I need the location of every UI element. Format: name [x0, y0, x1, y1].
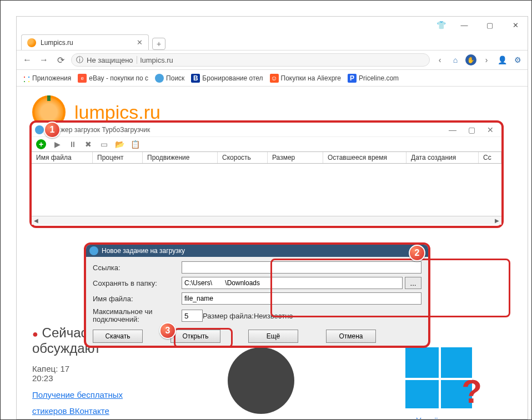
dm-close-button[interactable]: ✕ — [483, 125, 498, 134]
task-form: Ссылка: Сохранять в папку: ... Имя файла… — [86, 257, 428, 328]
site-favicon-icon — [27, 38, 36, 47]
folder-icon[interactable]: ▭ — [99, 140, 108, 149]
bookmarks-bar: Приложения eeBay - покупки по с Поиск ВБ… — [17, 70, 528, 87]
site-title: lumpics.ru — [74, 102, 160, 123]
tab-title: Lumpics.ru — [41, 39, 73, 47]
row-folder: Сохранять в папку: ... — [93, 277, 421, 289]
ali-icon: ☺ — [270, 74, 279, 83]
dm-maximize-button[interactable]: ▢ — [464, 125, 479, 134]
apps-grid-icon — [21, 74, 30, 83]
extension1-icon[interactable]: ✋ — [465, 54, 476, 65]
col-percent[interactable]: Процент — [93, 152, 143, 163]
col-created[interactable]: Дата создания — [406, 152, 479, 163]
sidebar-link[interactable]: стикеров ВКонтакте — [32, 403, 109, 419]
globe-icon — [155, 74, 164, 83]
input-url[interactable] — [182, 261, 421, 274]
label-maxconn: Максимальное чи подключений: — [93, 308, 182, 324]
scroll-right-icon[interactable]: ▶ — [493, 216, 501, 225]
bullet-icon: ● — [32, 328, 38, 340]
address-bar[interactable]: ⓘ Не защищено lumpics.ru — [71, 53, 430, 67]
filesize-label: Размер файла:Неизвестно — [203, 312, 293, 320]
col-progress[interactable]: Продвижение — [143, 152, 218, 163]
bookmark-apps[interactable]: Приложения — [21, 74, 71, 83]
extension2-icon[interactable]: ⚙ — [512, 54, 523, 65]
chevron-left-icon[interactable]: ‹ — [434, 54, 445, 65]
maximize-button[interactable]: ▢ — [482, 19, 498, 31]
tabstrip: Lumpics.ru ✕ + — [17, 33, 528, 50]
reload-button[interactable]: ⟳ — [54, 54, 67, 66]
play-icon[interactable]: ▶ — [53, 140, 62, 149]
input-filename[interactable] — [182, 292, 421, 305]
card-uran[interactable]: Uran 59.0.3071.110 — [205, 347, 317, 419]
bookmark-booking[interactable]: ВБронирование отел — [191, 74, 263, 83]
divider — [137, 56, 137, 64]
add-download-button[interactable]: + — [36, 139, 46, 149]
dm-table-header: Имя файла Процент Продвижение Скорость Р… — [32, 151, 501, 164]
window-titlebar: 👕 — ▢ ✕ — [17, 17, 528, 33]
open-button[interactable]: Открыть — [170, 330, 220, 343]
dm-titlebar[interactable]: жер загрузок ТурбоЗагрузчик — ▢ ✕ — [32, 123, 501, 137]
row-url: Ссылка: — [93, 261, 421, 274]
p-icon: P — [348, 74, 357, 83]
bookmark-ali[interactable]: ☺Покупки на Aliexpre — [270, 74, 341, 83]
bookmark-priceline[interactable]: PPriceline.com — [348, 74, 399, 83]
scrollbar-track[interactable] — [41, 216, 493, 225]
callout-badge-1: 1 — [44, 122, 61, 138]
sidebar-timestamp: Капец: 17 20:23 — [32, 364, 177, 383]
browse-button[interactable]: ... — [405, 277, 421, 289]
col-remaining[interactable]: Оставшееся время — [323, 152, 406, 163]
card-windows[interactable]: ? Узнаём имя пользователя на Windows 10 — [383, 347, 494, 419]
main-cards: Uran 59.0.3071.110 ? Узнаём имя пользова… — [189, 347, 511, 419]
minimize-button[interactable]: — — [456, 19, 472, 31]
bookmark-ebay[interactable]: eeBay - покупки по с — [78, 74, 148, 83]
col-speed[interactable]: Скорость — [218, 152, 268, 163]
new-tab-button[interactable]: + — [152, 38, 165, 50]
tab-lumpics[interactable]: Lumpics.ru ✕ — [21, 34, 149, 50]
new-task-dialog: Новое задание на загрузку Ссылка: Сохран… — [84, 242, 430, 348]
user-icon[interactable]: 👤 — [496, 54, 508, 65]
back-button[interactable]: ← — [21, 54, 33, 66]
row-maxconn: Максимальное чи подключений: Размер файл… — [93, 308, 421, 324]
dm-minimize-button[interactable]: — — [445, 125, 460, 134]
close-button[interactable]: ✕ — [508, 19, 523, 31]
row-filename: Имя файла: — [93, 292, 421, 305]
dm-table-body — [32, 164, 501, 216]
dm-title: жер загрузок ТурбоЗагрузчик — [61, 126, 150, 134]
delete-icon[interactable]: ✖ — [84, 140, 93, 149]
col-link[interactable]: Сс — [479, 152, 501, 163]
input-maxconn[interactable] — [182, 310, 203, 322]
task-buttons: Скачать Открыть Ещё Отмена — [86, 328, 428, 347]
col-size[interactable]: Размер — [268, 152, 323, 163]
open-folder-icon[interactable]: 📂 — [115, 140, 124, 149]
task-titlebar[interactable]: Новое задание на загрузку — [86, 245, 428, 257]
label-url: Ссылка: — [93, 264, 182, 272]
dm-toolbar: + ▶ ⏸ ✖ ▭ 📂 📋 — [32, 137, 501, 151]
col-filename[interactable]: Имя файла — [32, 152, 93, 163]
info-icon[interactable]: ⓘ — [76, 55, 83, 65]
label-folder: Сохранять в папку: — [93, 279, 182, 287]
more-button[interactable]: Ещё — [248, 330, 298, 343]
input-folder[interactable] — [182, 277, 403, 289]
card-caption[interactable]: Узнаём имя пользователя на Windows 10 — [406, 414, 471, 419]
uran-logo-icon — [228, 347, 294, 414]
cancel-button[interactable]: Отмена — [326, 330, 376, 343]
forward-button[interactable]: → — [38, 54, 50, 66]
task-title: Новое задание на загрузку — [102, 247, 185, 255]
ebay-icon: e — [78, 74, 87, 83]
url-text: lumpics.ru — [140, 56, 173, 64]
chevron-right-icon[interactable]: › — [481, 54, 492, 65]
settings-icon[interactable]: 📋 — [131, 140, 139, 149]
pause-icon[interactable]: ⏸ — [68, 140, 77, 149]
home-icon[interactable]: ⌂ — [450, 54, 461, 65]
label-filename: Имя файла: — [93, 295, 182, 303]
sidebar-link[interactable]: Получение бесплатных — [32, 387, 123, 403]
windows-logo-icon: ? — [405, 347, 472, 408]
callout-badge-2: 2 — [409, 245, 425, 261]
horizontal-scrollbar[interactable]: ◀ ▶ — [32, 216, 501, 225]
download-button[interactable]: Скачать — [93, 330, 143, 343]
tab-close-icon[interactable]: ✕ — [137, 38, 143, 47]
bookmark-search[interactable]: Поиск — [155, 74, 184, 83]
tshirt-icon[interactable]: 👕 — [435, 19, 446, 31]
app-icon — [89, 246, 98, 255]
scroll-left-icon[interactable]: ◀ — [32, 216, 41, 225]
